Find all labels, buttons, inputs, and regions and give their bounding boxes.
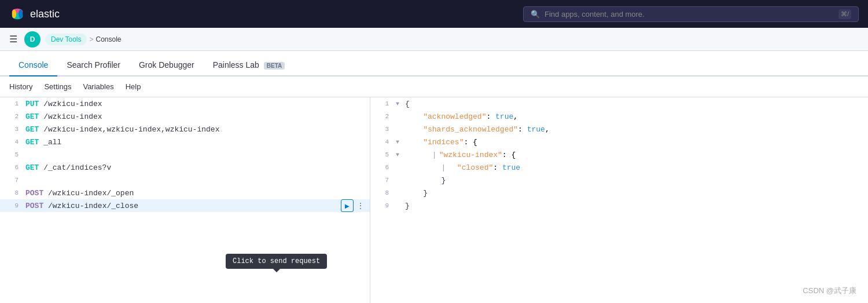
fold-icon-5[interactable]: ▼ [396,152,403,158]
global-search-bar[interactable]: 🔍 ⌘/ [523,6,859,22]
output-panel: 1 ▼ { 2 ▼ "acknowledged": true, 3 ▼ "sha… [370,97,868,303]
top-navigation-bar: elastic 🔍 ⌘/ [0,0,868,28]
global-search-input[interactable] [545,10,834,19]
editor-line-7: 7 [0,174,370,187]
fold-icon-4[interactable]: ▼ [396,139,403,145]
output-line-3: 3 ▼ "shards_acknowledged": true, [370,123,868,136]
elastic-logo[interactable]: elastic [9,6,60,22]
toolbar: History Settings Variables Help [0,76,868,97]
avatar[interactable]: D [24,31,41,48]
breadcrumb-separator: > [89,35,93,43]
toolbar-variables[interactable]: Variables [83,82,113,91]
main-content: 1 PUT /wzkicu-index 2 GET /wzkicu-index … [0,97,868,303]
elastic-logo-icon [9,6,25,22]
breadcrumb-bar: ☰ D Dev Tools > Console [0,28,868,51]
editor-line-1: 1 PUT /wzkicu-index [0,97,370,110]
editor-line-6: 6 GET /_cat/indices?v [0,161,370,174]
hamburger-menu-icon[interactable]: ☰ [7,31,20,47]
toolbar-settings[interactable]: Settings [44,82,71,91]
elastic-logo-text: elastic [30,8,60,20]
tab-search-profiler[interactable]: Search Profiler [57,54,130,76]
editor-line-9[interactable]: 9 POST /wzkicu-index/_close ▶ ⋮ [0,199,370,212]
svg-point-3 [19,10,23,19]
tab-painless-lab[interactable]: Painless Lab BETA [204,54,295,76]
output-line-5: 5 ▼ |"wzkicu-index": { [370,148,868,161]
fold-icon-1[interactable]: ▼ [396,101,403,107]
watermark: CSDN @武子康 [803,286,856,296]
editor-line-4: 4 GET _all [0,136,370,148]
breadcrumb-current-page: Console [96,35,122,43]
output-line-2: 2 ▼ "acknowledged": true, [370,110,868,123]
toolbar-history[interactable]: History [9,82,32,91]
tooltip-send-request: Click to send request [226,254,327,269]
toolbar-help[interactable]: Help [126,82,141,91]
editor-line-2: 2 GET /wzkicu-index [0,110,370,123]
tab-grok-debugger[interactable]: Grok Debugger [130,54,204,76]
output-line-4: 4 ▼ "indices": { [370,136,868,148]
breadcrumb-devtools-link[interactable]: Dev Tools [45,34,87,45]
tab-bar: Console Search Profiler Grok Debugger Pa… [0,51,868,76]
search-icon: 🔍 [531,10,540,19]
more-options-button[interactable]: ⋮ [356,199,365,212]
editor-line-3: 3 GET /wzkicu-index,wzkicu-index,wzkicu-… [0,123,370,136]
output-line-6: 6 ▼ | "closed": true [370,161,868,174]
output-line-8: 8 ▼ } [370,187,868,199]
output-line-9: 9 ▼ } [370,199,868,212]
beta-badge: BETA [264,62,285,70]
output-line-1: 1 ▼ { [370,97,868,110]
editor-panel[interactable]: 1 PUT /wzkicu-index 2 GET /wzkicu-index … [0,97,370,303]
search-shortcut-badge: ⌘/ [838,9,851,19]
svg-point-2 [12,10,16,19]
editor-line-5: 5 [0,148,370,161]
output-line-7: 7 ▼ } [370,174,868,187]
run-button[interactable]: ▶ [341,199,354,212]
breadcrumb: Dev Tools > Console [45,34,122,45]
line-actions: ▶ ⋮ [341,199,365,212]
tab-console[interactable]: Console [9,54,57,76]
editor-line-8: 8 POST /wzkicu-index/_open [0,187,370,199]
